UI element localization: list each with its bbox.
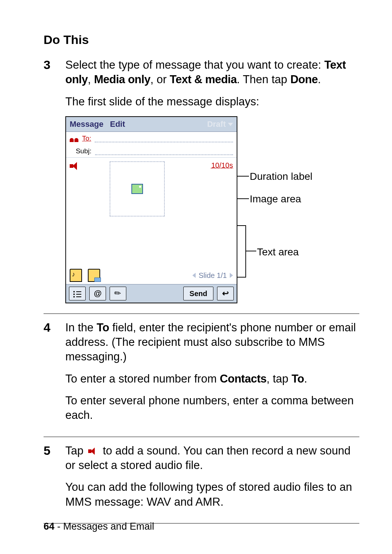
- slide-area: 10/10s: [66, 157, 237, 267]
- next-slide-icon[interactable]: [230, 273, 233, 278]
- text: .: [318, 73, 321, 86]
- callout-duration: Duration label: [250, 170, 313, 183]
- slide-navigator[interactable]: Slide 1/1: [192, 271, 233, 280]
- step-4: 4 In the To field, enter the recipient's…: [44, 315, 359, 435]
- contacts-label: Contacts: [220, 372, 267, 385]
- at-icon: @: [94, 288, 101, 299]
- text: field, enter the recipient's phone numbe…: [65, 321, 356, 363]
- callout-text: Image area: [250, 193, 301, 205]
- text: You can add the following types of store…: [65, 480, 359, 509]
- page-number: 64: [44, 521, 54, 532]
- status-dropdown[interactable]: Draft: [207, 119, 233, 130]
- step-5: 5 Tap to add a sound. You can then recor…: [44, 438, 359, 522]
- footer-sep: -: [54, 521, 63, 532]
- list-button[interactable]: [69, 287, 86, 300]
- step-number: 5: [44, 444, 54, 517]
- list-icon: [73, 290, 81, 297]
- at-button[interactable]: @: [89, 287, 106, 300]
- sound-icon[interactable]: [70, 162, 80, 170]
- step-body: Tap to add a sound. You can then record …: [65, 444, 359, 517]
- paperclip-icon: ✎: [112, 287, 124, 299]
- page-footer: 64 - Messages and Email: [44, 521, 154, 532]
- to-input[interactable]: [95, 135, 233, 142]
- phone-mock: Message Edit Draft To:: [65, 116, 237, 303]
- text: To enter several phone numbers, enter a …: [65, 393, 359, 423]
- option-text-media: Text & media: [170, 73, 237, 86]
- step-number: 3: [44, 58, 54, 307]
- text: Tap: [65, 444, 87, 457]
- to-field-label: To: [97, 321, 109, 334]
- step-body: In the To field, enter the recipient's p…: [65, 320, 359, 430]
- text: The first slide of the message displays:: [65, 94, 359, 109]
- status-label: Draft: [207, 119, 226, 130]
- callout-text: Text area: [257, 246, 299, 258]
- step-number: 4: [44, 320, 54, 430]
- subj-input[interactable]: [95, 148, 233, 155]
- to-label[interactable]: To:: [82, 134, 91, 143]
- callout-text: Duration label: [250, 171, 313, 182]
- attach-button[interactable]: ✎: [110, 287, 126, 300]
- step-3: 3 Select the type of message that you wa…: [44, 53, 359, 312]
- section-name: Messages and Email: [63, 521, 154, 532]
- text: .: [304, 372, 307, 385]
- text: In the: [65, 321, 97, 334]
- callout-text-area: Text area: [257, 246, 299, 259]
- text: , tap: [266, 372, 291, 385]
- separator: [44, 314, 359, 314]
- done-label: Done: [290, 73, 318, 86]
- separator: [44, 437, 359, 437]
- toolbar: @ ✎ Send ↩: [66, 284, 237, 303]
- to-field-label: To: [291, 372, 304, 385]
- option-media-only: Media only: [94, 73, 150, 86]
- picture-icon: [131, 184, 143, 194]
- subj-label: Subj:: [70, 147, 91, 156]
- sound-icon: [88, 448, 98, 455]
- text: ,: [88, 73, 94, 86]
- duration-label[interactable]: 10/10s: [211, 161, 233, 170]
- contacts-icon[interactable]: [70, 136, 78, 142]
- image-placeholder[interactable]: [110, 161, 165, 217]
- text: Select the type of message that you want…: [65, 58, 324, 71]
- text: , or: [150, 73, 170, 86]
- section-heading: Do This: [44, 33, 359, 47]
- text: to add a sound. You can then record a ne…: [65, 444, 351, 472]
- menubar: Message Edit Draft: [66, 117, 237, 132]
- text: . Then tap: [237, 73, 290, 86]
- chevron-down-icon: [228, 123, 233, 126]
- menu-message[interactable]: Message: [70, 119, 103, 130]
- audio-file-icon[interactable]: [70, 269, 82, 282]
- back-button[interactable]: ↩: [217, 287, 234, 300]
- send-button[interactable]: Send: [183, 287, 213, 300]
- step-body: Select the type of message that you want…: [65, 58, 359, 307]
- prev-slide-icon[interactable]: [192, 273, 196, 278]
- media-file-icon[interactable]: [88, 269, 100, 282]
- text: To enter a stored number from: [65, 372, 220, 385]
- callout-image: Image area: [250, 193, 301, 206]
- slide-indicator: Slide 1/1: [199, 271, 227, 280]
- menu-edit[interactable]: Edit: [110, 119, 125, 130]
